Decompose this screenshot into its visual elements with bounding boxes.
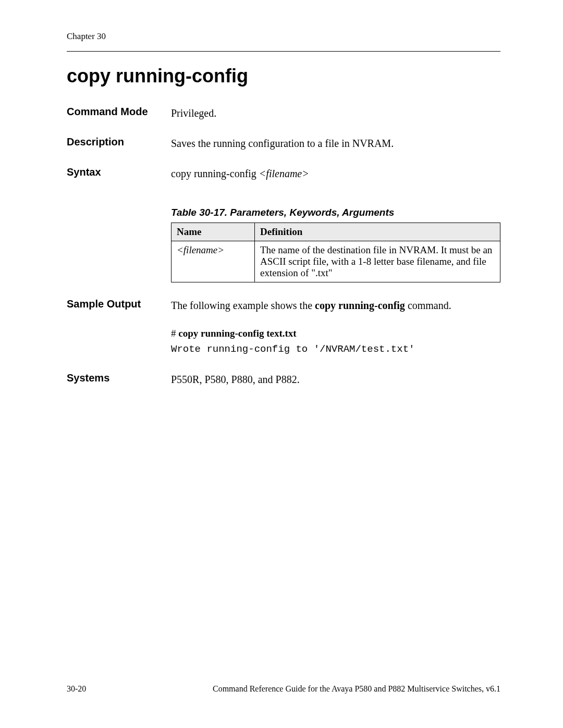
chapter-header: Chapter 30 bbox=[67, 31, 500, 42]
syntax-label: Syntax bbox=[67, 166, 171, 178]
table-row: <filename> The name of the destination f… bbox=[172, 241, 500, 282]
systems-value: P550R, P580, P880, and P882. bbox=[171, 372, 500, 387]
param-name-cell: <filename> bbox=[172, 241, 255, 282]
footer-page-number: 30-20 bbox=[67, 684, 86, 694]
systems-label: Systems bbox=[67, 372, 171, 384]
sample-output-row: Sample Output The following example show… bbox=[67, 298, 500, 356]
table-caption: Table 30-17. Parameters, Keywords, Argum… bbox=[171, 207, 500, 218]
page-footer: 30-20 Command Reference Guide for the Av… bbox=[67, 684, 500, 694]
code-cmd: copy running-config text.txt bbox=[178, 328, 296, 339]
parameters-table-wrap: Table 30-17. Parameters, Keywords, Argum… bbox=[171, 207, 500, 282]
table-header-definition: Definition bbox=[255, 223, 500, 241]
sample-intro-bold: copy running-config bbox=[315, 300, 405, 311]
syntax-value: copy running-config <filename> bbox=[171, 166, 500, 181]
code-block: # copy running-config text.txt Wrote run… bbox=[171, 326, 500, 356]
header-rule bbox=[67, 51, 500, 52]
command-mode-row: Command Mode Privileged. bbox=[67, 106, 500, 120]
code-output: Wrote running-config to '/NVRAM/test.txt… bbox=[171, 343, 414, 355]
description-row: Description Saves the running configurat… bbox=[67, 136, 500, 151]
sample-intro-post: command. bbox=[405, 300, 451, 311]
code-prompt: # bbox=[171, 328, 178, 339]
command-mode-label: Command Mode bbox=[67, 106, 171, 118]
parameters-table: Name Definition <filename> The name of t… bbox=[171, 223, 500, 282]
description-value: Saves the running configuration to a fil… bbox=[171, 136, 500, 151]
syntax-cmd: copy running-config bbox=[171, 168, 259, 179]
syntax-row: Syntax copy running-config <filename> bbox=[67, 166, 500, 181]
param-definition-cell: The name of the destination file in NVRA… bbox=[255, 241, 500, 282]
sample-output-label: Sample Output bbox=[67, 298, 171, 310]
sample-intro-pre: The following example shows the bbox=[171, 300, 315, 311]
systems-row: Systems P550R, P580, P880, and P882. bbox=[67, 372, 500, 387]
footer-doc-title: Command Reference Guide for the Avaya P5… bbox=[213, 684, 500, 694]
sample-output-content: The following example shows the copy run… bbox=[171, 298, 500, 356]
command-mode-value: Privileged. bbox=[171, 106, 500, 120]
syntax-arg: <filename> bbox=[259, 168, 309, 179]
page-title: copy running-config bbox=[67, 65, 500, 87]
table-header-row: Name Definition bbox=[172, 223, 500, 241]
description-label: Description bbox=[67, 136, 171, 148]
table-header-name: Name bbox=[172, 223, 255, 241]
